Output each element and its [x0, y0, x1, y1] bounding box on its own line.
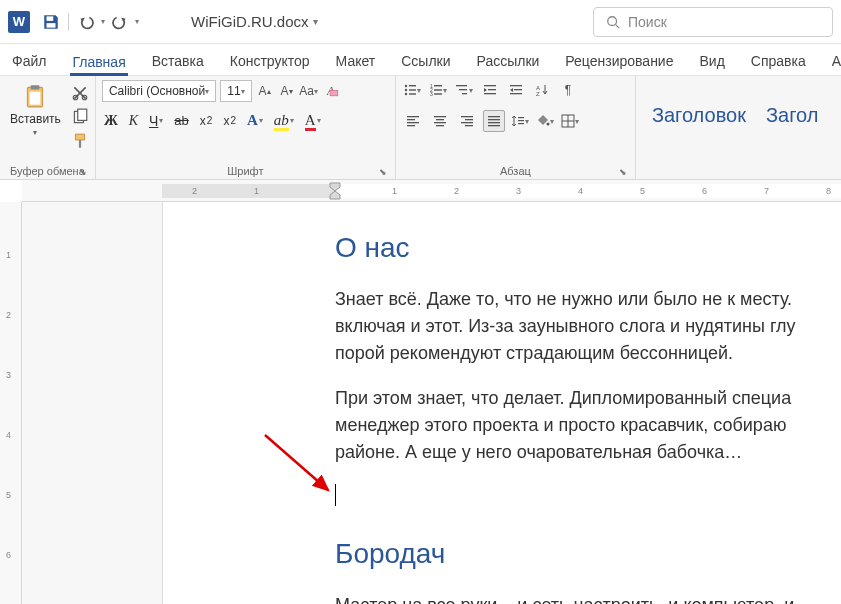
svg-rect-52	[488, 125, 500, 126]
dialog-launcher-icon[interactable]: ⬊	[379, 167, 387, 177]
italic-button[interactable]: К	[129, 113, 138, 129]
tab-review[interactable]: Рецензирование	[563, 47, 675, 75]
group-paragraph: ▾ 123▾ ▾ AZ ¶ ▾ ▾ ▾ Абзац ⬊	[396, 76, 636, 179]
svg-rect-33	[514, 89, 522, 90]
font-name-select[interactable]: Calibri (Основной▾	[102, 80, 216, 102]
heading-borodach: Бородач	[335, 538, 841, 570]
heading-o-nas: О нас	[335, 232, 841, 264]
ribbon-tabs: Файл Главная Вставка Конструктор Макет С…	[0, 44, 841, 76]
page-margin-area	[22, 202, 162, 604]
dialog-launcher-icon[interactable]: ⬊	[79, 167, 87, 177]
svg-rect-44	[436, 125, 444, 126]
tab-acrobat[interactable]: Acrobat	[830, 47, 841, 75]
dialog-launcher-icon[interactable]: ⬊	[619, 167, 627, 177]
style-heading-2[interactable]: Загол	[766, 104, 818, 127]
tab-mailings[interactable]: Рассылки	[475, 47, 542, 75]
indent-marker-icon[interactable]	[328, 181, 342, 204]
text-effects-button[interactable]: A▾	[247, 112, 263, 129]
svg-rect-41	[434, 116, 446, 117]
group-font: Calibri (Основной▾ 11▾ A▴ A▾ Aa▾ A Ж К Ч…	[96, 76, 396, 179]
font-name-value: Calibri (Основной	[109, 84, 205, 98]
shading-button[interactable]: ▾	[535, 111, 555, 131]
svg-rect-5	[31, 85, 40, 89]
svg-point-2	[608, 16, 617, 25]
bullets-button[interactable]: ▾	[402, 80, 422, 100]
font-size-select[interactable]: 11▾	[220, 80, 251, 102]
superscript-button[interactable]: x2	[223, 114, 236, 128]
save-icon[interactable]	[42, 13, 60, 31]
borders-button[interactable]: ▾	[560, 111, 580, 131]
svg-rect-29	[484, 85, 496, 86]
paste-button[interactable]: Вставить ▾	[6, 80, 65, 139]
svg-rect-45	[461, 116, 473, 117]
tab-file[interactable]: Файл	[10, 47, 48, 75]
subscript-button[interactable]: x2	[200, 114, 213, 128]
align-justify-button[interactable]	[483, 110, 505, 132]
decrease-font-icon[interactable]: A▾	[278, 80, 296, 102]
group-clipboard: Вставить ▾ Буфер обмена ⬊	[0, 76, 96, 179]
search-input[interactable]: Поиск	[593, 7, 833, 37]
vertical-ruler[interactable]: 1 2 3 4 5 6	[0, 202, 22, 604]
tab-design[interactable]: Конструктор	[228, 47, 312, 75]
group-paragraph-label: Абзац ⬊	[402, 163, 629, 179]
strikethrough-button[interactable]: ab	[174, 113, 188, 128]
svg-rect-55	[518, 123, 524, 124]
text-cursor-icon	[335, 484, 336, 506]
svg-rect-51	[488, 122, 500, 123]
svg-rect-19	[409, 93, 416, 94]
svg-rect-15	[409, 85, 416, 86]
horizontal-ruler[interactable]: 2 1 1 2 3 4 5 6 7 8	[22, 180, 841, 202]
svg-rect-50	[488, 119, 500, 120]
svg-rect-26	[456, 85, 467, 86]
tab-home[interactable]: Главная	[70, 48, 127, 76]
format-painter-icon[interactable]	[71, 132, 89, 150]
paste-dropdown-icon[interactable]: ▾	[33, 128, 37, 137]
clear-formatting-icon[interactable]: A	[322, 80, 340, 102]
align-left-button[interactable]	[402, 110, 424, 132]
svg-rect-43	[434, 122, 446, 123]
sort-button[interactable]: AZ	[532, 80, 552, 100]
editor-area: 1 2 3 4 5 6 О нас Знает всё. Даже то, чт…	[0, 202, 841, 604]
increase-indent-button[interactable]	[506, 80, 526, 100]
style-heading[interactable]: Заголовок	[652, 104, 746, 127]
document-title[interactable]: WiFiGiD.RU.docx ▾	[191, 13, 318, 30]
tab-view[interactable]: Вид	[697, 47, 726, 75]
line-spacing-button[interactable]: ▾	[510, 111, 530, 131]
svg-text:Z: Z	[536, 91, 540, 97]
paste-label: Вставить	[10, 112, 61, 126]
copy-icon[interactable]	[71, 108, 89, 126]
qat-customize-icon[interactable]: ▾	[135, 17, 139, 26]
highlight-button[interactable]: ab▾	[274, 112, 294, 129]
tab-layout[interactable]: Макет	[334, 47, 378, 75]
increase-font-icon[interactable]: A▴	[256, 80, 274, 102]
tab-references[interactable]: Ссылки	[399, 47, 452, 75]
tab-insert[interactable]: Вставка	[150, 47, 206, 75]
svg-line-3	[616, 24, 620, 28]
multilevel-button[interactable]: ▾	[454, 80, 474, 100]
underline-button[interactable]: Ч▾	[149, 113, 163, 129]
document-page[interactable]: О нас Знает всё. Даже то, что не нужно и…	[162, 202, 841, 604]
show-marks-button[interactable]: ¶	[558, 80, 578, 100]
bold-button[interactable]: Ж	[104, 113, 118, 129]
clipboard-icon	[21, 82, 49, 110]
tab-help[interactable]: Справка	[749, 47, 808, 75]
cursor-line[interactable]	[335, 484, 841, 508]
svg-rect-49	[488, 116, 500, 117]
svg-rect-21	[434, 85, 442, 86]
decrease-indent-button[interactable]	[480, 80, 500, 100]
align-center-button[interactable]	[429, 110, 451, 132]
svg-rect-39	[407, 122, 419, 123]
font-size-value: 11	[227, 84, 240, 98]
cut-icon[interactable]	[71, 84, 89, 102]
svg-rect-53	[518, 117, 524, 118]
svg-rect-28	[462, 93, 467, 94]
undo-dropdown-icon[interactable]: ▾	[101, 17, 105, 26]
undo-icon[interactable]	[77, 13, 95, 31]
svg-rect-47	[461, 122, 473, 123]
align-right-button[interactable]	[456, 110, 478, 132]
redo-icon[interactable]	[111, 13, 129, 31]
search-icon	[606, 15, 620, 29]
change-case-icon[interactable]: Aa▾	[300, 80, 318, 102]
numbering-button[interactable]: 123▾	[428, 80, 448, 100]
font-color-button[interactable]: A▾	[305, 112, 321, 129]
